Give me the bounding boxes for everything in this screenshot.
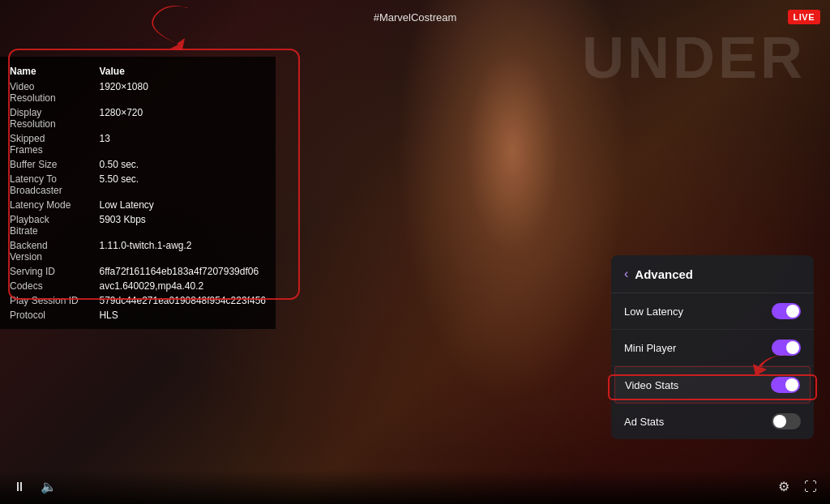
stat-name: Video Resolution [0, 79, 89, 105]
stats-table: Name Value Video Resolution1920×1080Disp… [0, 63, 276, 322]
toggle-switch-low-latency[interactable] [772, 303, 801, 319]
stat-name: Protocol [0, 308, 89, 322]
toggle-label: Video Stats [625, 379, 678, 391]
controls-right: ⚙ ⛶ [775, 477, 820, 497]
table-row: Buffer Size0.50 sec. [0, 157, 276, 172]
col-header-name: Name [0, 63, 89, 79]
table-row: Display Resolution1280×720 [0, 105, 276, 131]
toggle-label: Mini Player [624, 342, 676, 354]
table-row: Playback Bitrate5903 Kbps [0, 212, 276, 238]
stat-value: 579dc44e271ea0190848f954c223f456 [89, 293, 276, 308]
toggle-switch-mini-player[interactable] [772, 340, 801, 356]
stream-title: #MarvelCostream [374, 11, 457, 23]
volume-button[interactable]: 🔈 [37, 477, 60, 497]
stat-value: 1.11.0-twitch.1-awg.2 [89, 238, 276, 264]
live-badge: LIVE [788, 10, 820, 24]
col-header-value: Value [89, 63, 276, 79]
table-row: Codecsavc1.640029,mp4a.40.2 [0, 279, 276, 293]
stats-panel: Name Value Video Resolution1920×1080Disp… [0, 57, 276, 329]
toggle-label: Ad Stats [624, 416, 664, 428]
stat-value: HLS [89, 308, 276, 322]
stat-name: Skipped Frames [0, 131, 89, 157]
stat-value: avc1.640029,mp4a.40.2 [89, 279, 276, 293]
table-row: Play Session ID579dc44e271ea0190848f954c… [0, 293, 276, 308]
toggle-row-video-stats: Video Stats [614, 366, 811, 404]
table-row: Backend Version1.11.0-twitch.1-awg.2 [0, 238, 276, 264]
table-row: Latency ModeLow Latency [0, 198, 276, 212]
toggle-row-mini-player: Mini Player [611, 330, 814, 366]
table-row: Video Resolution1920×1080 [0, 79, 276, 105]
stat-value: 5903 Kbps [89, 212, 276, 238]
stat-name: Playback Bitrate [0, 212, 89, 238]
stat-name: Display Resolution [0, 105, 89, 131]
stat-name: Latency To Broadcaster [0, 172, 89, 198]
back-button[interactable]: ‹ [624, 267, 628, 281]
table-row: Skipped Frames13 [0, 131, 276, 157]
toggle-row-ad-stats: Ad Stats [611, 404, 814, 439]
stat-value: 1920×1080 [89, 79, 276, 105]
stat-value: 0.50 sec. [89, 157, 276, 172]
table-row: ProtocolHLS [0, 308, 276, 322]
stat-name: Codecs [0, 279, 89, 293]
stat-value: 1280×720 [89, 105, 276, 131]
stat-value: 13 [89, 131, 276, 157]
advanced-settings-panel: ‹ Advanced Low LatencyMini PlayerVideo S… [611, 255, 814, 439]
stat-name: Buffer Size [0, 157, 89, 172]
advanced-title: Advanced [635, 267, 693, 281]
fullscreen-button[interactable]: ⛶ [801, 477, 820, 497]
toggle-switch-video-stats[interactable] [771, 377, 800, 393]
settings-button[interactable]: ⚙ [775, 477, 793, 497]
stat-name: Latency Mode [0, 198, 89, 212]
controls-bar: ⏸ 🔈 ⚙ ⛶ [0, 470, 830, 504]
stat-value: 6ffa72f161164eb183a4f7207939df06 [89, 264, 276, 279]
advanced-header: ‹ Advanced [611, 255, 814, 293]
pause-button[interactable]: ⏸ [10, 477, 29, 497]
controls-left: ⏸ 🔈 [10, 477, 60, 497]
stat-name: Play Session ID [0, 293, 89, 308]
stat-value: 5.50 sec. [89, 172, 276, 198]
table-row: Serving ID6ffa72f161164eb183a4f7207939df… [0, 264, 276, 279]
toggle-row-low-latency: Low Latency [611, 293, 814, 330]
stat-name: Backend Version [0, 238, 89, 264]
stat-name: Serving ID [0, 264, 89, 279]
toggle-switch-ad-stats[interactable] [772, 413, 801, 429]
table-row: Latency To Broadcaster5.50 sec. [0, 172, 276, 198]
toggle-label: Low Latency [624, 305, 683, 318]
stat-value: Low Latency [89, 198, 276, 212]
